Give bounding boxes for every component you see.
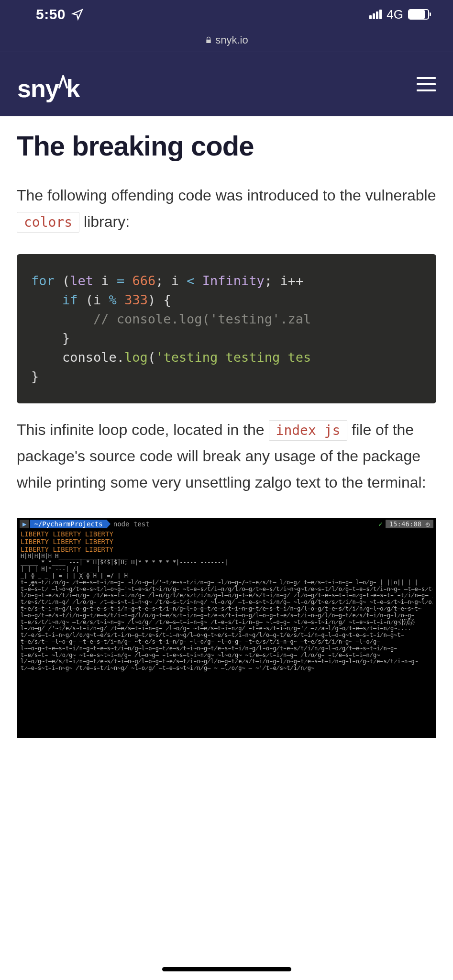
zalgo-output: H|H|H|H|H H____________________ _____ * … xyxy=(17,553,436,738)
status-bar: 5:50 4G xyxy=(0,0,453,29)
terminal-time: 15:46:08 ◴ xyxy=(386,520,433,528)
terminal-path: ~/PycharmProjects xyxy=(30,520,106,528)
inline-code-colors: colors xyxy=(17,212,79,233)
brand-logo[interactable]: snyk xyxy=(17,66,80,103)
terminal-screenshot: ▶ ~/PycharmProjects node test ✓ 15:46:08… xyxy=(17,518,436,738)
browser-url-bar[interactable]: snyk.io xyxy=(0,29,453,52)
article-content: The breaking code The following offendin… xyxy=(0,116,453,738)
signal-icon xyxy=(369,10,382,19)
terminal-command: node test xyxy=(113,520,150,528)
paragraph-2: This infinite loop code, located in the … xyxy=(17,417,436,496)
inline-code-indexjs: index js xyxy=(269,420,348,441)
url-domain: snyk.io xyxy=(215,34,248,46)
liberty-line-2: LIBERTY LIBERTY LIBERTY xyxy=(17,538,436,546)
menu-button[interactable] xyxy=(417,77,436,91)
prompt-arrow-icon: ▶ xyxy=(20,520,29,528)
network-label: 4G xyxy=(387,7,403,22)
site-header: snyk xyxy=(0,52,453,116)
status-time: 5:50 xyxy=(36,6,66,22)
code-block: for (let i = 666; i < Infinity; i++ if (… xyxy=(17,254,436,403)
check-icon: ✓ xyxy=(378,520,382,528)
liberty-line-1: LIBERTY LIBERTY LIBERTY xyxy=(17,530,436,538)
location-icon xyxy=(71,8,84,21)
page-title: The breaking code xyxy=(17,131,436,161)
home-indicator[interactable] xyxy=(162,967,291,971)
battery-icon xyxy=(408,9,429,20)
liberty-line-3: LIBERTY LIBERTY LIBERTY xyxy=(17,546,436,553)
lock-icon xyxy=(205,36,212,44)
intro-paragraph: The following offending code was introdu… xyxy=(17,182,436,235)
